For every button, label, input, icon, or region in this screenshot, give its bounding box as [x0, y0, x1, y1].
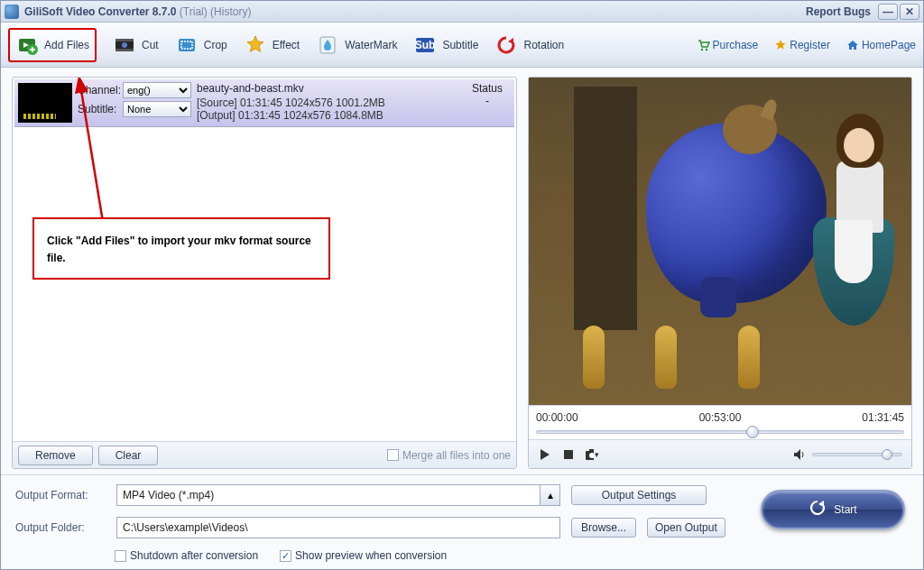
svg-rect-4 [116, 39, 134, 41]
output-info: [Output] 01:31:45 1024x576 1084.8MB [197, 109, 457, 122]
minimize-button[interactable]: — [878, 4, 898, 20]
subtitle-label: Subtitle [442, 39, 478, 51]
register-link[interactable]: Register [774, 39, 830, 51]
cut-label: Cut [142, 39, 159, 51]
time-end: 01:31:45 [862, 411, 904, 424]
effect-icon [244, 33, 267, 57]
start-button[interactable]: Start [761, 490, 905, 529]
crop-button[interactable]: Crop [175, 33, 227, 57]
output-settings-button[interactable]: Output Settings [571, 485, 707, 505]
purchase-link[interactable]: Purchase [698, 39, 759, 51]
merge-checkbox[interactable]: Merge all files into one [387, 449, 511, 462]
cut-button[interactable]: Cut [113, 33, 159, 57]
app-edition: (Trial) [180, 5, 208, 18]
output-format-label: Output Format: [15, 489, 106, 501]
add-files-icon [15, 33, 39, 57]
rotation-icon [494, 33, 518, 57]
annotation-box: Click "Add Files" to import your mkv for… [32, 217, 330, 280]
svg-marker-12 [508, 38, 513, 44]
rotation-button[interactable]: Rotation [494, 33, 564, 57]
play-button[interactable] [538, 447, 552, 462]
volume-thumb[interactable] [882, 449, 892, 460]
file-properties: Channel: eng() Subtitle: None [76, 79, 193, 126]
file-list-panel: Channel: eng() Subtitle: None beauty-and… [12, 77, 517, 469]
svg-rect-5 [116, 49, 134, 51]
volume-slider[interactable] [812, 453, 902, 456]
svg-point-13 [700, 48, 702, 50]
subtitle-select[interactable]: None [123, 101, 191, 117]
shutdown-checkbox[interactable]: Shutdown after conversion [115, 549, 258, 562]
star-icon [774, 39, 787, 51]
output-folder-field[interactable]: C:\Users\example\Videos\ [116, 517, 560, 538]
add-files-label: Add Files [44, 39, 89, 51]
file-status: Status - [460, 79, 514, 126]
subtitle-icon: Sub [413, 33, 437, 57]
homepage-link[interactable]: HomePage [846, 39, 916, 51]
file-list-footer: Remove Clear Merge all files into one [13, 441, 516, 468]
browse-button[interactable]: Browse... [571, 518, 636, 538]
svg-marker-23 [818, 501, 824, 507]
time-start: 00:00:00 [536, 411, 578, 424]
file-item[interactable]: Channel: eng() Subtitle: None beauty-and… [14, 79, 514, 127]
output-section: Output Format: MP4 Video (*.mp4) ▴ Outpu… [1, 474, 923, 569]
svg-rect-21 [589, 449, 594, 452]
cut-icon [113, 33, 136, 57]
checkbox-icon [387, 449, 399, 461]
watermark-icon [316, 33, 339, 57]
refresh-icon [808, 499, 827, 521]
channel-label: Channel: [78, 84, 121, 97]
remove-button[interactable]: Remove [18, 446, 93, 465]
watermark-button[interactable]: WaterMark [316, 33, 397, 57]
output-format-field[interactable]: MP4 Video (*.mp4) [116, 484, 541, 506]
svg-marker-22 [794, 449, 800, 460]
snapshot-button[interactable]: ▾ [585, 447, 599, 462]
watermark-label: WaterMark [345, 39, 397, 51]
report-bugs-link[interactable]: Report Bugs [806, 5, 871, 18]
open-output-button[interactable]: Open Output [647, 518, 725, 538]
app-logo-icon [5, 5, 19, 19]
close-button[interactable]: ✕ [900, 4, 919, 20]
crop-icon [175, 33, 199, 57]
time-mid: 00:53:00 [699, 411, 742, 424]
file-thumbnail [18, 83, 72, 123]
app-version: 8.7.0 [152, 5, 177, 18]
timeline: 00:00:00 00:53:00 01:31:45 [529, 405, 911, 439]
app-name: GiliSoft Video Converter [24, 5, 149, 18]
rotation-label: Rotation [523, 39, 564, 51]
window-title: GiliSoft Video Converter 8.7.0 (Trial) (… [24, 5, 251, 18]
channel-select[interactable]: eng() [123, 82, 191, 98]
svg-marker-17 [541, 449, 550, 460]
video-preview[interactable] [529, 78, 911, 405]
checkbox-checked-icon: ✓ [280, 550, 291, 562]
svg-rect-18 [564, 450, 573, 459]
player-controls: ▾ [529, 439, 911, 468]
clear-button[interactable]: Clear [98, 446, 159, 465]
add-files-button[interactable]: Add Files [8, 28, 97, 62]
history-link[interactable]: (History) [210, 5, 251, 18]
subtitle-button[interactable]: Sub Subtitle [413, 33, 478, 57]
seek-thumb[interactable] [746, 426, 759, 438]
file-name: beauty-and-beast.mkv [197, 82, 457, 95]
main-toolbar: Add Files Cut Crop Effect WaterMark [1, 23, 923, 68]
content-area: Channel: eng() Subtitle: None beauty-and… [1, 68, 923, 474]
home-icon [846, 39, 859, 51]
file-list: Channel: eng() Subtitle: None beauty-and… [13, 78, 516, 441]
source-info: [Source] 01:31:45 1024x576 1001.2MB [197, 97, 457, 109]
checkbox-icon [115, 550, 126, 562]
app-window: GiliSoft Video Converter 8.7.0 (Trial) (… [0, 0, 924, 570]
effect-button[interactable]: Effect [244, 33, 300, 57]
stop-button[interactable] [561, 447, 576, 462]
cart-icon [698, 39, 710, 51]
preview-panel: 00:00:00 00:53:00 01:31:45 ▾ [528, 77, 912, 469]
volume-icon[interactable] [792, 447, 807, 462]
status-value: - [460, 95, 514, 107]
svg-point-6 [122, 42, 127, 48]
output-folder-label: Output Folder: [15, 521, 106, 534]
annotation-text: Click "Add Files" to import your mkv for… [47, 234, 311, 264]
title-bar: GiliSoft Video Converter 8.7.0 (Trial) (… [1, 1, 923, 23]
file-info: beauty-and-beast.mkv [Source] 01:31:45 1… [193, 79, 460, 126]
format-dropdown-button[interactable]: ▴ [541, 484, 560, 506]
svg-point-14 [705, 48, 707, 50]
seek-bar[interactable] [536, 427, 904, 437]
preview-checkbox[interactable]: ✓ Show preview when conversion [280, 549, 447, 562]
